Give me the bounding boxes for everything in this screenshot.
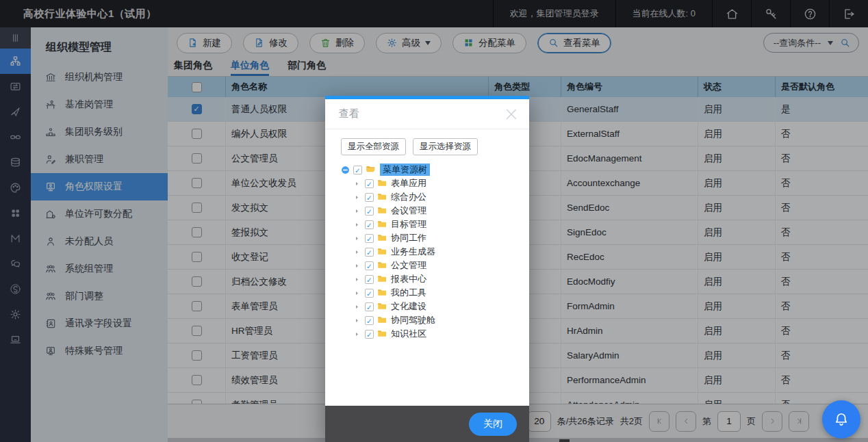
tree-node-label[interactable]: 协同工作 bbox=[391, 232, 426, 244]
expand-caret-icon[interactable] bbox=[353, 235, 361, 242]
tree-checkbox[interactable]: ✓ bbox=[365, 330, 374, 339]
tree-node-label[interactable]: 知识社区 bbox=[391, 328, 426, 340]
screen: 高校行业体验中心1（试用） 欢迎，集团管理员登录 当前在线人数: 0 组织模型管… bbox=[0, 0, 868, 442]
tree-checkbox[interactable]: ✓ bbox=[365, 289, 374, 298]
tree-node-label[interactable]: 公文管理 bbox=[391, 259, 426, 272]
tree-node-label[interactable]: 会议管理 bbox=[391, 205, 426, 217]
close-icon[interactable] bbox=[504, 107, 519, 122]
tree-node-label[interactable]: 协同驾驶舱 bbox=[391, 314, 435, 326]
tree-node-label[interactable]: 报表中心 bbox=[391, 273, 426, 285]
tree-checkbox[interactable]: ✓ bbox=[365, 220, 374, 229]
tree-node: ✓会议管理 bbox=[341, 204, 524, 218]
tree-checkbox[interactable]: ✓ bbox=[365, 302, 374, 311]
tree-checkbox[interactable]: ✓ bbox=[353, 166, 362, 174]
tree-node: ✓协同驾驶舱 bbox=[341, 313, 524, 327]
folder-icon bbox=[377, 247, 387, 257]
folder-open-icon bbox=[366, 164, 376, 175]
tree-checkbox[interactable]: ✓ bbox=[365, 275, 374, 284]
expand-caret-icon[interactable] bbox=[353, 263, 361, 269]
expand-caret-icon[interactable] bbox=[353, 304, 361, 310]
show-selected-resources-button[interactable]: 显示选择资源 bbox=[413, 138, 478, 155]
tree-checkbox[interactable]: ✓ bbox=[365, 261, 374, 270]
tree-checkbox[interactable]: ✓ bbox=[365, 193, 374, 202]
tree-node-label[interactable]: 文化建设 bbox=[391, 300, 426, 313]
expand-caret-icon[interactable] bbox=[353, 276, 361, 283]
tree-node: ✓文化建设 bbox=[341, 300, 524, 313]
tree-node: ✓综合办公 bbox=[341, 190, 524, 204]
expand-caret-icon[interactable] bbox=[353, 181, 361, 187]
folder-icon bbox=[377, 192, 387, 203]
folder-icon bbox=[377, 261, 387, 271]
folder-icon bbox=[377, 302, 387, 312]
notification-bell-button[interactable] bbox=[822, 400, 860, 439]
tree-node: ✓我的工具 bbox=[341, 286, 524, 300]
tree-node-label[interactable]: 综合办公 bbox=[391, 191, 426, 203]
tree-node-label[interactable]: 目标管理 bbox=[391, 218, 426, 231]
expand-caret-icon[interactable] bbox=[353, 249, 361, 255]
expand-caret-icon[interactable] bbox=[353, 208, 361, 214]
tree-root-node: ✓菜单资源树 bbox=[341, 163, 524, 177]
expand-caret-icon[interactable] bbox=[353, 331, 361, 337]
tree-checkbox[interactable]: ✓ bbox=[365, 234, 374, 243]
folder-icon bbox=[377, 274, 387, 285]
show-all-resources-button[interactable]: 显示全部资源 bbox=[341, 138, 406, 155]
tree-node: ✓目标管理 bbox=[341, 218, 524, 231]
tree-node-label[interactable]: 我的工具 bbox=[391, 287, 426, 299]
close-button[interactable]: 关闭 bbox=[469, 413, 517, 436]
tree-node: ✓协同工作 bbox=[341, 231, 524, 245]
expand-caret-icon[interactable] bbox=[353, 222, 361, 228]
tree-node-label[interactable]: 菜单资源树 bbox=[380, 164, 430, 176]
tree-node: ✓知识社区 bbox=[341, 327, 524, 341]
folder-icon bbox=[377, 206, 387, 216]
folder-icon bbox=[377, 288, 387, 298]
dialog-title: 查看 bbox=[339, 107, 359, 120]
expand-caret-icon[interactable] bbox=[353, 290, 361, 296]
tree-node: ✓业务生成器 bbox=[341, 245, 524, 259]
dialog-body: 显示全部资源显示选择资源 ✓菜单资源树✓表单应用✓综合办公✓会议管理✓目标管理✓… bbox=[325, 129, 529, 406]
folder-icon bbox=[377, 329, 387, 339]
tree-node-label[interactable]: 表单应用 bbox=[391, 177, 426, 190]
folder-icon bbox=[377, 179, 387, 189]
folder-icon bbox=[377, 220, 387, 230]
expand-caret-icon[interactable] bbox=[353, 194, 361, 200]
tree-checkbox[interactable]: ✓ bbox=[365, 179, 374, 188]
tree-node: ✓报表中心 bbox=[341, 272, 524, 286]
view-menu-dialog: 查看 显示全部资源显示选择资源 ✓菜单资源树✓表单应用✓综合办公✓会议管理✓目标… bbox=[325, 96, 529, 442]
expand-caret-icon[interactable] bbox=[353, 317, 361, 324]
tree-checkbox[interactable]: ✓ bbox=[365, 248, 374, 257]
tree-node: ✓公文管理 bbox=[341, 259, 524, 272]
menu-resource-tree: ✓菜单资源树✓表单应用✓综合办公✓会议管理✓目标管理✓协同工作✓业务生成器✓公文… bbox=[341, 163, 524, 341]
tree-node: ✓表单应用 bbox=[341, 177, 524, 190]
resource-filter-buttons: 显示全部资源显示选择资源 bbox=[341, 138, 524, 155]
folder-icon bbox=[377, 233, 387, 244]
folder-icon bbox=[377, 315, 387, 326]
tree-checkbox[interactable]: ✓ bbox=[365, 207, 374, 216]
dialog-header: 查看 bbox=[325, 99, 529, 129]
tree-checkbox[interactable]: ✓ bbox=[365, 316, 374, 325]
tree-node-label[interactable]: 业务生成器 bbox=[391, 246, 435, 258]
dialog-footer: 关闭 bbox=[325, 406, 529, 442]
collapse-toggle-icon[interactable] bbox=[341, 166, 350, 174]
